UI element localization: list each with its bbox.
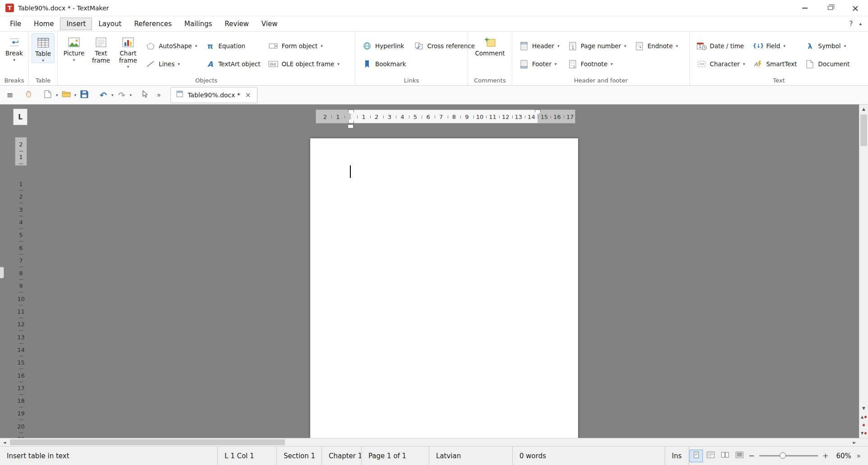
zoom-in-button[interactable]: + <box>821 451 831 460</box>
h-ruler[interactable]: 211234567891011121314151617 <box>316 109 575 123</box>
save-button[interactable] <box>78 88 91 102</box>
document-tab[interactable]: Table90%.docx * × <box>170 87 257 103</box>
scroll-down-button[interactable]: ▼ <box>859 404 868 413</box>
character-button[interactable]: Character ▾ <box>693 58 749 70</box>
main-menu-button[interactable]: ≡ <box>4 88 16 102</box>
v-ruler-tick <box>19 292 23 292</box>
horizontal-scroll-thumb[interactable] <box>10 439 285 445</box>
smarttext-button[interactable]: A SmartText <box>749 58 801 70</box>
toolbar-overflow-button[interactable]: » <box>152 88 165 102</box>
view-normal-button[interactable] <box>689 450 703 462</box>
menu-view[interactable]: View <box>255 18 284 30</box>
zoom-slider-thumb[interactable] <box>780 452 786 459</box>
restore-button[interactable] <box>817 0 843 16</box>
footer-button[interactable]: Footer ▾ <box>515 58 564 70</box>
menu-review[interactable]: Review <box>218 18 255 30</box>
redo-button[interactable]: ↷ <box>115 88 128 102</box>
menu-bar: File Home Insert Layout References Maili… <box>0 16 868 32</box>
picture-button[interactable]: Picture ▾ <box>60 33 87 62</box>
insert-mode-indicator[interactable]: Ins <box>665 447 689 465</box>
status-language[interactable]: Latvian <box>429 447 512 465</box>
status-page[interactable]: Page 1 of 1 <box>361 447 429 465</box>
menu-file[interactable]: File <box>4 18 28 30</box>
open-button[interactable] <box>60 88 73 102</box>
tab-close-icon[interactable]: × <box>244 91 252 99</box>
date-time-icon: 1 <box>697 42 707 50</box>
ribbon-toggle-icon[interactable]: ▴ <box>859 21 862 27</box>
date-time-button[interactable]: 1 Date / time <box>693 40 749 52</box>
chart-frame-button[interactable]: Chart frame ▾ <box>115 33 142 69</box>
h-ruler-tick <box>344 115 345 119</box>
textart-button[interactable]: A TextArt object <box>201 58 264 70</box>
help-button[interactable]: ? <box>850 20 853 28</box>
status-cursor-position[interactable]: L 1 Col 1 <box>217 447 276 465</box>
endnote-button[interactable]: * Endnote ▾ <box>630 40 682 52</box>
tab-stop-selector[interactable]: L <box>13 109 28 125</box>
select-pointer-button[interactable] <box>139 88 152 102</box>
table-button[interactable]: Table ▾ <box>32 33 55 63</box>
zoom-slider[interactable] <box>759 455 818 456</box>
document-page[interactable] <box>310 138 578 438</box>
bookmark-icon <box>362 60 372 68</box>
menu-home[interactable]: Home <box>28 18 60 30</box>
h-ruler-number: 4 <box>398 113 406 120</box>
vertical-scrollbar[interactable]: ▲ ▼ ▲ ▼ <box>859 105 868 438</box>
menu-insert[interactable]: Insert <box>60 18 92 30</box>
splitter-handle[interactable] <box>0 267 4 278</box>
menu-references[interactable]: References <box>128 18 178 30</box>
document-button[interactable]: Document <box>801 58 854 70</box>
previous-object-button[interactable]: ▲ <box>859 413 868 421</box>
new-document-button[interactable] <box>41 88 54 102</box>
equation-button[interactable]: π Equation <box>201 40 264 52</box>
dropdown-caret-icon[interactable]: ▾ <box>55 93 59 97</box>
scroll-up-button[interactable]: ▲ <box>859 105 868 114</box>
comment-button[interactable]: Comment <box>473 33 507 57</box>
view-continuous-button[interactable] <box>704 450 717 462</box>
window-controls: × <box>792 0 868 16</box>
status-word-count[interactable]: 0 words <box>512 447 665 465</box>
autoshape-button[interactable]: AutoShape ▾ <box>142 40 201 52</box>
statusbar-more-icon[interactable]: » <box>851 452 864 460</box>
bookmark-button[interactable]: Bookmark <box>358 58 410 70</box>
status-section[interactable]: Section 1 <box>276 447 321 465</box>
browse-object-button[interactable] <box>859 421 868 429</box>
left-margin-marker[interactable] <box>348 124 354 128</box>
footnote-button[interactable]: 1 Footnote ▾ <box>564 58 630 70</box>
header-button[interactable]: Header ▾ <box>515 40 564 52</box>
dropdown-caret-icon[interactable]: ▾ <box>129 93 133 97</box>
break-button[interactable]: Break ▾ <box>3 33 26 62</box>
status-chapter[interactable]: Chapter 1 <box>321 447 361 465</box>
text-frame-button[interactable]: Text frame <box>87 33 115 64</box>
symbol-button[interactable]: λ Symbol ▾ <box>801 40 854 52</box>
next-object-button[interactable]: ▼ <box>859 429 868 437</box>
view-normal-icon <box>692 451 700 460</box>
ole-object-label: OLE object frame <box>281 60 334 68</box>
ole-object-button[interactable]: OLE OLE object frame ▾ <box>264 58 343 70</box>
scroll-right-button[interactable]: ► <box>850 438 859 446</box>
hyperlink-button[interactable]: Hyperlink <box>358 40 410 52</box>
close-button[interactable]: × <box>843 0 868 16</box>
page-number-button[interactable]: 1 Page number ▾ <box>564 40 630 52</box>
v-ruler[interactable]: 123456789101112131415161718192021 <box>15 180 27 438</box>
view-reading-button[interactable] <box>733 450 746 462</box>
h-ruler-tick <box>383 115 384 119</box>
scroll-left-button[interactable]: ◄ <box>0 438 9 446</box>
view-pages-button[interactable] <box>718 450 732 462</box>
h-ruler-number: 16 <box>553 113 561 120</box>
dropdown-caret-icon[interactable]: ▾ <box>73 93 78 97</box>
lines-button[interactable]: Lines ▾ <box>142 58 201 70</box>
undo-button[interactable]: ↶ <box>97 88 110 102</box>
zoom-level[interactable]: 60% <box>831 452 851 460</box>
dropdown-caret-icon[interactable]: ▾ <box>110 93 115 97</box>
form-object-button[interactable]: Form object ▾ <box>264 40 343 52</box>
field-button[interactable]: {↓} Field ▾ <box>749 40 801 52</box>
zoom-out-button[interactable]: − <box>747 451 757 460</box>
h-ruler-number: 2 <box>321 113 329 120</box>
vertical-scroll-thumb[interactable] <box>860 114 867 146</box>
horizontal-scrollbar[interactable]: ◄ ► <box>0 438 868 446</box>
minimize-button[interactable] <box>792 0 817 16</box>
chart-frame-icon <box>122 36 134 49</box>
pan-hand-button[interactable] <box>23 88 35 102</box>
menu-layout[interactable]: Layout <box>92 18 128 30</box>
menu-mailings[interactable]: Mailings <box>178 18 218 30</box>
